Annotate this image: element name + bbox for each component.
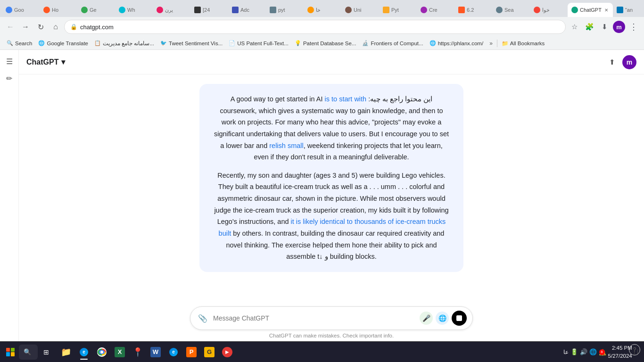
profile-avatar[interactable]: m bbox=[613, 21, 625, 33]
tab-15[interactable]: خوا bbox=[530, 3, 568, 17]
bookmark-patent-fulltext[interactable]: 📄 US Patent Full-Text... bbox=[226, 38, 291, 49]
taskbar-search[interactable]: 🔍 bbox=[19, 345, 38, 360]
clock-date: 5/27/2024 bbox=[608, 352, 632, 360]
win-tile-red bbox=[6, 348, 10, 352]
volume-icon[interactable]: 🔊 bbox=[580, 348, 587, 355]
globe-button[interactable]: 🌐 bbox=[436, 312, 449, 325]
network-icon[interactable]: 🌐 bbox=[589, 348, 597, 355]
bookmark-management[interactable]: 📋 سامانه جامع مدیریت... bbox=[91, 38, 157, 49]
download-button[interactable]: ⬇ bbox=[598, 20, 611, 33]
frontiers-icon: 🔬 bbox=[362, 40, 369, 46]
notification-area[interactable]: 🔔 8 bbox=[599, 348, 606, 356]
bookmark-frontiers[interactable]: 🔬 Frontiers of Comput... bbox=[359, 38, 426, 49]
tab-10[interactable]: Uni bbox=[341, 3, 379, 17]
chrome-taskbar-button[interactable] bbox=[93, 344, 110, 361]
start-button[interactable] bbox=[2, 344, 19, 361]
bookmark-tweet[interactable]: 🐦 Tweet Sentiment Vis... bbox=[157, 38, 225, 49]
app2-taskbar-button[interactable]: G bbox=[201, 344, 218, 361]
word-taskbar-button[interactable]: W bbox=[147, 344, 164, 361]
tab-14[interactable]: Sea bbox=[492, 3, 530, 17]
translate-icon: 🌐 bbox=[38, 40, 45, 46]
refresh-button[interactable]: ↻ bbox=[34, 20, 47, 33]
notification-badge: 8 bbox=[599, 349, 605, 355]
share-button[interactable]: ⬆ bbox=[605, 56, 619, 69]
win-tile-blue bbox=[6, 352, 10, 356]
stop-icon bbox=[456, 315, 462, 321]
edge2-taskbar-button[interactable]: e bbox=[165, 344, 182, 361]
back-button[interactable]: ← bbox=[4, 20, 17, 33]
app1-icon: P bbox=[186, 347, 197, 357]
tab-4[interactable]: Wh bbox=[115, 3, 153, 17]
home-button[interactable]: ⌂ bbox=[49, 20, 62, 33]
tab-11[interactable]: Pyt bbox=[379, 3, 417, 17]
tab-13[interactable]: 6.2 bbox=[454, 3, 492, 17]
search-bookmark-icon: 🔍 bbox=[7, 40, 13, 46]
maps-icon: 📍 bbox=[132, 347, 143, 357]
maps-taskbar-button[interactable]: 📍 bbox=[129, 344, 146, 361]
tab-8[interactable]: pyt bbox=[266, 3, 304, 17]
tab-2[interactable]: Ho bbox=[40, 3, 77, 17]
bookmark-translate[interactable]: 🌐 Google Translate bbox=[35, 38, 91, 49]
edge2-taskbar-icon: e bbox=[169, 348, 178, 356]
tab-12[interactable]: Cre bbox=[417, 3, 454, 17]
chat-header: ChatGPT ▾ ⬆ m bbox=[19, 50, 644, 74]
media-taskbar-button[interactable]: ▶ bbox=[219, 344, 236, 361]
browser-toolbar: ← → ↻ ⌂ 🔒 chatgpt.com ☆ 🧩 ⬇ m ⋮ bbox=[0, 17, 644, 37]
edge-taskbar-icon: e bbox=[80, 348, 88, 356]
tab-chatgpt[interactable]: ChatGPT ✕ bbox=[568, 3, 613, 17]
excel-taskbar-button[interactable]: X bbox=[111, 344, 128, 361]
browser-menu-button[interactable]: ⋮ bbox=[627, 20, 640, 33]
user-avatar[interactable]: m bbox=[622, 55, 636, 69]
tab-17[interactable]: "an bbox=[613, 3, 644, 17]
browser-extension-button[interactable]: 🧩 bbox=[583, 20, 596, 33]
edge-taskbar-button[interactable]: e bbox=[75, 344, 92, 361]
disclaimer-text: ChatGPT can make mistakes. Check importa… bbox=[269, 333, 394, 338]
blue-text-3: it is likely identical to thousands of i… bbox=[219, 218, 446, 237]
header-right: ⬆ m bbox=[605, 55, 636, 69]
bookmark-search[interactable]: 🔍 Search bbox=[4, 38, 35, 49]
voice-button[interactable]: 🎤 bbox=[420, 312, 433, 325]
bookmark-phlanx[interactable]: 🌐 https://phlanx.com/ bbox=[427, 38, 487, 49]
bookmark-button[interactable]: ☆ bbox=[568, 20, 581, 33]
message-input[interactable] bbox=[213, 314, 416, 322]
win-tile-yellow bbox=[11, 352, 15, 356]
tab-6[interactable]: [24 bbox=[190, 3, 228, 17]
app1-taskbar-button[interactable]: P bbox=[183, 344, 200, 361]
all-bookmarks-folder[interactable]: 📁 All Bookmarks bbox=[499, 40, 548, 47]
sidebar-toggle-button[interactable]: ☰ bbox=[3, 55, 16, 68]
task-view-button[interactable]: ⊞ bbox=[38, 344, 55, 361]
phlanx-icon: 🌐 bbox=[429, 40, 436, 46]
clock-time: 2:45 PM bbox=[608, 344, 632, 352]
stop-button[interactable] bbox=[452, 311, 467, 326]
tab-9[interactable]: خا bbox=[304, 3, 341, 17]
management-icon: 📋 bbox=[94, 40, 101, 46]
file-explorer-button[interactable]: 📁 bbox=[58, 344, 74, 361]
blue-text-1: is to start with bbox=[325, 95, 367, 103]
tab-5[interactable]: یرن bbox=[153, 3, 190, 17]
system-tray: عا 🔋 🔊 🌐 🔔 8 bbox=[563, 348, 606, 356]
chat-input-area: 📎 🎤 🌐 bbox=[19, 302, 644, 341]
tab-google[interactable]: Goo bbox=[2, 3, 40, 17]
new-chat-button[interactable]: ✏ bbox=[3, 72, 16, 85]
chatgpt-title-dropdown[interactable]: ChatGPT ▾ bbox=[26, 58, 65, 66]
message-container: A good way to get started in AI is to st… bbox=[199, 84, 463, 280]
taskbar-clock[interactable]: 2:45 PM 5/27/2024 bbox=[608, 344, 632, 359]
app2-icon: G bbox=[204, 347, 215, 357]
bookmarks-more-button[interactable]: » bbox=[487, 40, 495, 47]
attach-button[interactable]: 📎 bbox=[196, 312, 209, 325]
tab-7[interactable]: Adc bbox=[228, 3, 266, 17]
battery-icon[interactable]: 🔋 bbox=[570, 348, 578, 355]
chrome-icon bbox=[97, 347, 107, 357]
win-tile-green bbox=[11, 348, 15, 352]
forward-button[interactable]: → bbox=[19, 20, 32, 33]
toolbar-actions: ☆ 🧩 ⬇ m ⋮ bbox=[568, 20, 640, 33]
address-bar[interactable]: 🔒 chatgpt.com bbox=[64, 20, 566, 34]
tab-close-chatgpt[interactable]: ✕ bbox=[603, 7, 609, 14]
bookmark-patent-db[interactable]: 💡 Patent Database Se... bbox=[292, 38, 359, 49]
language-indicator[interactable]: عا bbox=[563, 349, 569, 355]
windows-logo bbox=[6, 348, 15, 356]
secure-icon: 🔒 bbox=[70, 24, 77, 30]
excel-icon: X bbox=[115, 347, 125, 357]
tab-3[interactable]: Ge bbox=[77, 3, 115, 17]
chat-sidebar: ☰ ✏ bbox=[0, 50, 19, 341]
